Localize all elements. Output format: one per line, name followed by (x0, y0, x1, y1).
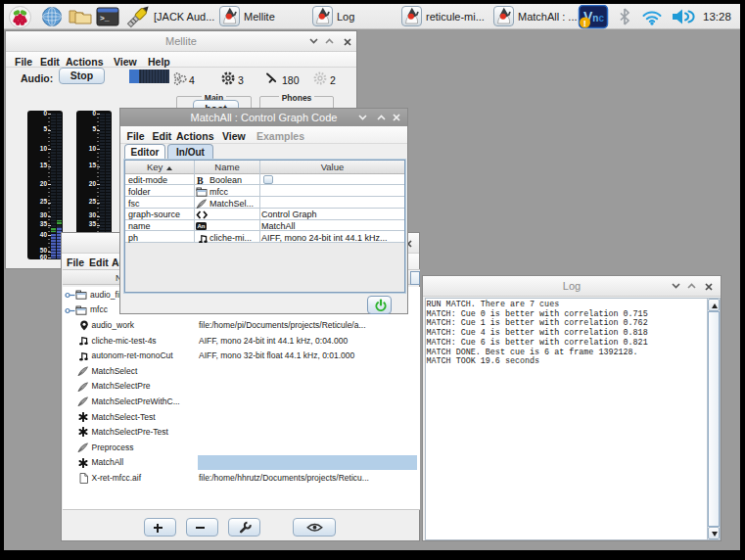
svg-text:>_: >_ (100, 14, 110, 23)
svg-text:!: ! (583, 18, 586, 28)
